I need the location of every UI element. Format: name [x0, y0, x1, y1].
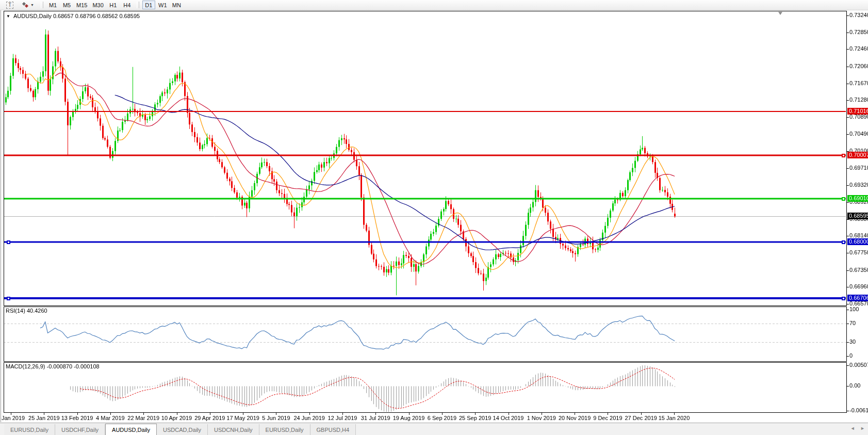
- chevron-down-icon: ▼: [30, 3, 34, 7]
- hline-price-label: 0.71016: [847, 108, 868, 115]
- timeframe-button-D1[interactable]: D1: [142, 1, 155, 9]
- toolbar-separator: [41, 2, 43, 8]
- hline-price-label: 0.68000: [847, 238, 868, 245]
- chart-canvas[interactable]: [0, 0, 868, 435]
- chart-tab-usdchf-daily[interactable]: USDCHF,Daily: [55, 424, 105, 435]
- price-tick-label: 0.71670: [849, 80, 868, 86]
- hline-price-label: 0.66706: [847, 295, 868, 301]
- rsi-tick-label: 30: [849, 339, 856, 345]
- current-price-label: 0.68595: [847, 213, 868, 219]
- timeframe-button-M1[interactable]: M1: [46, 1, 59, 9]
- chart-tab-bar: EURUSD,DailyUSDCHF,DailyAUDUSD,DailyUSDC…: [0, 423, 868, 435]
- date-tick-label: 15 Jan 2020: [652, 415, 696, 421]
- price-tick-label: 0.67350: [849, 267, 868, 273]
- chart-tab-audusd-daily[interactable]: AUDUSD,Daily: [105, 424, 157, 435]
- shapes-icon: [22, 2, 29, 8]
- toolbar-separator: [137, 2, 139, 8]
- timeframe-button-M15[interactable]: M15: [74, 1, 89, 9]
- rsi-tick-label: 100: [849, 306, 859, 312]
- chart-tab-eurusd-daily[interactable]: EURUSD,Daily: [4, 424, 55, 435]
- chart-tab-usdcad-daily[interactable]: USDCAD,Daily: [157, 424, 208, 435]
- hline-price-label: 0.69010: [847, 195, 868, 202]
- timeframe-button-M5[interactable]: M5: [60, 1, 73, 9]
- shapes-dropdown-button[interactable]: ▼: [18, 1, 38, 9]
- tab-scroll-right-button[interactable]: ►: [860, 426, 865, 431]
- price-tick-label: 0.69320: [849, 182, 868, 188]
- toolbar: T ▼ M1M5M15M30H1H4D1W1MN: [0, 0, 868, 10]
- text-label-tool-button[interactable]: T: [3, 1, 17, 9]
- symbol-ohlc-text: AUDUSD,Daily 0.68657 0.68796 0.68562 0.6…: [13, 13, 140, 19]
- price-tick-label: 0.72060: [849, 63, 868, 69]
- text-tool-icon: T: [6, 2, 13, 9]
- macd-indicator-label: MACD(12,26,9) -0.000870 -0.000108: [6, 363, 100, 369]
- chart-title: ▼ AUDUSD,Daily 0.68657 0.68796 0.68562 0…: [6, 13, 140, 19]
- price-tick-label: 0.67750: [849, 249, 868, 255]
- price-tick-label: 0.71280: [849, 96, 868, 103]
- macd-tick-label: -0.006148: [849, 407, 868, 413]
- collapse-arrow-icon: ▼: [6, 14, 10, 19]
- price-tick-label: 0.69710: [849, 165, 868, 171]
- price-tick-label: 0.73240: [849, 12, 868, 18]
- price-tick-label: 0.68140: [849, 232, 868, 238]
- price-tick-label: 0.72460: [849, 45, 868, 52]
- mt4-window: T ▼ M1M5M15M30H1H4D1W1MN ▼ AUDUSD,Daily …: [0, 0, 868, 435]
- hline-price-label: 0.70007: [847, 152, 868, 158]
- timeframe-toolbar: M1M5M15M30H1H4D1W1MN: [46, 1, 184, 9]
- macd-tick-label: 0.00: [849, 382, 860, 389]
- price-tick-label: 0.66960: [849, 283, 868, 289]
- rsi-tick-label: 0: [849, 352, 853, 359]
- chart-tab-usdcnh-daily[interactable]: USDCNH,Daily: [208, 424, 259, 435]
- price-tick-label: 0.72850: [849, 29, 868, 35]
- price-tick-label: 0.70490: [849, 131, 868, 137]
- rsi-indicator-label: RSI(14) 40.4260: [6, 308, 47, 314]
- macd-tick-label: 0.005076: [849, 362, 868, 368]
- timeframe-button-H4[interactable]: H4: [121, 1, 134, 9]
- timeframe-button-M30[interactable]: M30: [90, 1, 105, 9]
- rsi-tick-label: 70: [849, 320, 856, 326]
- chart-tab-eurusd-daily[interactable]: EURUSD,Daily: [259, 424, 310, 435]
- timeframe-button-W1[interactable]: W1: [156, 1, 169, 9]
- timeframe-button-H1[interactable]: H1: [107, 1, 120, 9]
- tab-scroll-arrows: ◄ ►: [846, 426, 865, 431]
- tab-scroll-left-button[interactable]: ◄: [850, 426, 855, 431]
- chart-tab-gbpusd-h4[interactable]: GBPUSD,H4: [310, 424, 356, 435]
- timeframe-button-MN[interactable]: MN: [170, 1, 183, 9]
